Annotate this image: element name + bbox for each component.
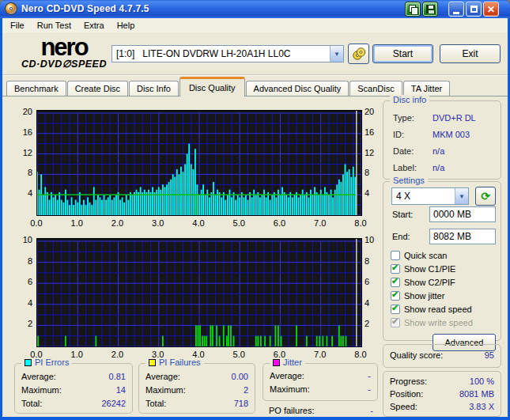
- pi-failures-swatch: [149, 359, 156, 366]
- chevron-down-icon[interactable]: ▼: [330, 46, 343, 62]
- close-button[interactable]: ✕: [483, 2, 499, 17]
- nero-logo: nero CD·DVD∅SPEED: [13, 37, 115, 70]
- axis-tick-label: 20: [19, 107, 32, 116]
- axis-tick-label: 3.0: [148, 218, 168, 228]
- pi-errors-plot: [36, 110, 362, 216]
- minimize-button[interactable]: [448, 2, 464, 17]
- axis-tick-label: 2.0: [108, 350, 128, 359]
- title-bar[interactable]: Nero CD-DVD Speed 4.7.7.5 ✕: [0, 0, 510, 18]
- checkbox-icon: [391, 291, 400, 301]
- quality-score-group: Quality score: 95: [383, 344, 501, 368]
- checkbox-show-c2-pif[interactable]: Show C2/PIF: [391, 277, 455, 288]
- refresh-icon: ⟳: [481, 190, 490, 202]
- maximize-icon: [470, 6, 478, 13]
- save-icon: [426, 5, 435, 13]
- axis-tick-label: 10: [19, 235, 32, 244]
- menu-file[interactable]: File: [4, 18, 31, 32]
- checkbox-icon: [391, 264, 400, 274]
- axis-tick-label: 2.0: [108, 218, 128, 228]
- pi-failures-stats-group: PI Failures Average:0.00 Maximum:2 Total…: [138, 363, 255, 414]
- disc-id-value: MKM 003: [433, 130, 470, 139]
- refresh-button[interactable]: ⟳: [475, 187, 496, 206]
- end-mb-field[interactable]: [429, 229, 496, 244]
- window-title: Nero CD-DVD Speed 4.7.7.5: [21, 3, 149, 14]
- axis-tick-label: 4: [19, 188, 32, 198]
- disc-type-value: DVD+R DL: [433, 113, 476, 123]
- axis-tick-label: 4: [365, 298, 369, 308]
- start-mb-field[interactable]: [429, 206, 496, 222]
- quality-score-label: Quality score:: [390, 350, 443, 363]
- checkbox-show-c1-pie[interactable]: Show C1/PIE: [391, 263, 455, 274]
- start-button[interactable]: Start: [372, 44, 433, 63]
- pi-errors-chart: 44881212161620200.01.02.03.04.05.06.07.0…: [19, 104, 381, 230]
- axis-tick-label: 8.0: [350, 218, 371, 228]
- chevron-down-icon[interactable]: ▼: [455, 188, 468, 204]
- jitter-stats-group: Jitter Average:- Maximum:-: [263, 363, 378, 401]
- tab-ta-jitter[interactable]: TA Jitter: [403, 81, 451, 96]
- axis-tick-label: 12: [365, 148, 374, 157]
- menu-help[interactable]: Help: [111, 18, 142, 32]
- tab-benchmark[interactable]: Benchmark: [6, 81, 66, 96]
- axis-tick-label: 8: [19, 168, 32, 177]
- axis-tick-label: 20: [365, 107, 374, 116]
- pi-failures-plot: [36, 238, 362, 347]
- tab-create-disc[interactable]: Create Disc: [67, 81, 128, 96]
- pi-errors-swatch: [25, 359, 32, 366]
- drive-select[interactable]: [1:0] LITE-ON DVDRW LH-20A1H LL0C ▼: [111, 45, 344, 62]
- disc-info-caption: Disc info: [390, 95, 429, 104]
- tab-disc-quality[interactable]: Disc Quality: [179, 77, 245, 96]
- minimize-icon: [453, 12, 459, 14]
- quality-score-value: 95: [485, 350, 494, 363]
- axis-tick-label: 8: [19, 256, 32, 266]
- checkbox-show-jitter[interactable]: Show jitter: [391, 290, 444, 301]
- axis-tick-label: 16: [19, 127, 32, 137]
- checkbox-quick-scan[interactable]: Quick scan: [391, 250, 447, 261]
- speed-select[interactable]: 4 X ▼: [391, 187, 469, 205]
- axis-tick-label: 4: [19, 298, 32, 308]
- tab-advanced-disc-quality[interactable]: Advanced Disc Quality: [246, 81, 349, 96]
- jitter-swatch: [273, 359, 280, 366]
- end-field-label: End:: [392, 232, 410, 241]
- tab-strip: Benchmark Create Disc Disc Info Disc Qua…: [2, 76, 508, 96]
- progress-group: Progress:100 % Position:8081 MB Speed:3.…: [383, 371, 501, 417]
- axis-tick-label: 8: [365, 256, 369, 266]
- checkbox-icon: [391, 305, 400, 314]
- copy-icon: [409, 5, 417, 13]
- axis-tick-label: 6: [19, 277, 32, 286]
- axis-tick-label: 2: [19, 319, 32, 328]
- axis-tick-label: 12: [19, 148, 32, 157]
- axis-tick-label: 5.0: [229, 218, 249, 228]
- axis-tick-label: 6: [365, 277, 369, 286]
- checkbox-icon: [391, 278, 400, 287]
- checkbox-show-read-speed[interactable]: Show read speed: [391, 304, 472, 315]
- axis-tick-label: 7.0: [310, 350, 331, 359]
- pi-errors-legend: PI Errors: [21, 358, 72, 367]
- app-window: Nero CD-DVD Speed 4.7.7.5 ✕ File Run Tes…: [0, 0, 510, 420]
- axis-tick-label: 7.0: [310, 218, 331, 228]
- tab-disc-info[interactable]: Disc Info: [129, 81, 179, 96]
- axis-tick-label: 1.0: [66, 218, 87, 228]
- axis-tick-label: 4: [365, 188, 369, 198]
- pi-errors-stats-group: PI Errors Average:0.81 Maximum:14 Total:…: [14, 363, 133, 414]
- speed-value: 3.83 X: [469, 402, 494, 414]
- menu-run-test[interactable]: Run Test: [31, 18, 77, 32]
- checkbox-show-write-speed: Show write speed: [391, 317, 473, 328]
- disc-info-group: Disc info Type:DVD+R DL ID:MKM 003 Date:…: [383, 100, 501, 180]
- client-area: File Run Test Extra Help nero CD·DVD∅SPE…: [2, 18, 508, 417]
- axis-tick-label: 10: [365, 235, 374, 244]
- pi-failures-chart: 2244668810100.01.02.03.04.05.06.07.08.0: [19, 232, 381, 365]
- progress-value: 100 %: [470, 376, 494, 389]
- copy-to-clipboard-button[interactable]: [405, 2, 421, 17]
- exit-button[interactable]: Exit: [440, 44, 501, 63]
- save-button[interactable]: [422, 2, 438, 17]
- maximize-button[interactable]: [466, 2, 482, 17]
- tab-scandisc[interactable]: ScanDisc: [349, 81, 402, 96]
- position-value: 8081 MB: [459, 389, 494, 402]
- discs-icon: [352, 47, 366, 60]
- header: nero CD·DVD∅SPEED [1:0] LITE-ON DVDRW LH…: [2, 32, 508, 75]
- disc-tray-button[interactable]: [348, 44, 369, 64]
- jitter-legend: Jitter: [270, 358, 305, 367]
- pi-failures-legend: PI Failures: [145, 358, 204, 367]
- checkbox-icon: [391, 318, 400, 327]
- menu-extra[interactable]: Extra: [77, 18, 111, 32]
